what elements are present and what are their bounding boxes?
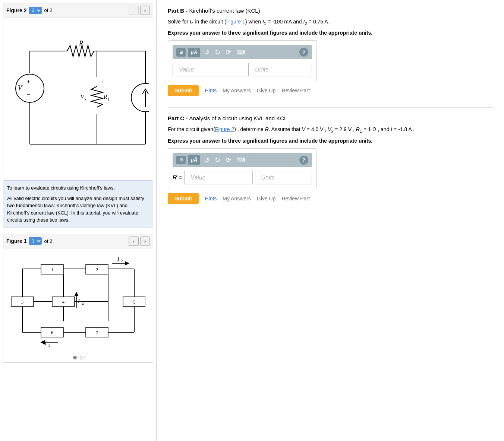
partB-input-row: Value Units [173,63,312,76]
figure2-circuit-area: V + − + − V x R 1 [3,18,153,174]
info-line1: To learn to evaluate circuits using Kirc… [7,184,149,192]
partB-title: Part B - Kirchhoff's current law (KCL) [168,7,493,14]
svg-text:−: − [27,91,30,98]
partC-unit-btn[interactable]: μÃ [188,155,200,165]
partB-my-answers[interactable]: My Answers [223,88,251,93]
svg-text:2: 2 [121,258,123,263]
partC-help-btn[interactable]: ? [299,156,308,165]
partB-undo-btn[interactable]: ↺ [202,47,211,57]
partB-value-input[interactable]: Value [173,63,249,76]
figure2-container: Figure 2 2 1 of 2 ‹ › [3,3,153,174]
partC-review[interactable]: Review Part [281,196,309,202]
figure2-svg: V + − + − V x R 1 [7,29,149,163]
figure1-select[interactable]: 1 2 [29,237,42,245]
svg-text:−: − [101,109,104,115]
svg-text:6: 6 [51,330,53,335]
svg-point-18 [131,83,149,112]
partC-input-row: R = Value Units [173,171,312,184]
figure2-title: Figure 2 [6,7,26,13]
partB-title-text: Kirchhoff's current law (KCL) [189,7,260,14]
partC-matrix-btn[interactable]: ⊞ [176,156,186,164]
svg-text:I: I [117,256,120,262]
info-box: To learn to evaluate circuits using Kirc… [3,180,153,228]
partB-label: Part B - [168,7,189,14]
svg-text:V: V [81,94,85,100]
dot-2[interactable] [80,356,84,359]
partC-express: Express your answer to three significant… [168,138,493,144]
figure2-header: Figure 2 2 1 of 2 ‹ › [3,3,153,18]
figure1-of: of 2 [44,238,52,244]
partC-section: Part C - Analysis of a circuit using KVL… [168,115,493,204]
svg-text:R: R [103,94,107,100]
section-divider [168,107,493,108]
figure2-next-btn[interactable]: › [140,6,150,15]
partB-toolbar: ⊞ μÃ ↺ ↻ ⟳ ⌨ ? [173,45,312,59]
right-panel: Part B - Kirchhoff's current law (KCL) S… [157,0,504,441]
partC-give-up[interactable]: Give Up [257,196,276,202]
partC-title: Part C - Analysis of a circuit using KVL… [168,115,493,121]
partB-help-btn[interactable]: ? [299,48,308,57]
partC-redo-btn[interactable]: ↻ [213,155,222,165]
partC-label: Part C - [168,115,189,121]
partB-submit-btn[interactable]: Submit [168,85,199,96]
partB-answer-box: ⊞ μÃ ↺ ↻ ⟳ ⌨ ? Value Units [168,40,317,81]
partB-redo-btn[interactable]: ↻ [213,47,222,57]
partC-answer-box: ⊞ μÃ ↺ ↻ ⟳ ⌨ ? R = Value Units [168,148,317,189]
partC-problem: For the circuit given(Figure 2) , determ… [168,125,493,134]
partB-keyboard-btn[interactable]: ⌨ [235,48,246,57]
partB-action-row: Submit Hints My Answers Give Up Review P… [168,85,493,96]
partC-toolbar: ⊞ μÃ ↺ ↻ ⟳ ⌨ ? [173,153,312,167]
partC-value-input[interactable]: Value [184,171,252,184]
figure1-header: Figure 1 1 2 of 2 ‹ › [3,234,153,248]
partC-my-answers[interactable]: My Answers [223,196,251,202]
svg-text:1: 1 [48,343,50,347]
dot-1[interactable] [73,356,77,359]
svg-text:R: R [79,39,83,47]
partC-keyboard-btn[interactable]: ⌨ [235,156,246,164]
svg-text:7: 7 [95,330,98,335]
svg-text:5: 5 [133,299,135,305]
svg-text:1: 1 [107,97,110,101]
svg-text:x: x [84,97,86,101]
partC-units-input[interactable]: Units [255,171,312,184]
figure1-container: Figure 1 1 2 of 2 ‹ › I 2 [3,234,153,363]
figure2-select[interactable]: 2 1 [29,7,42,14]
partC-reset-btn[interactable]: ⟳ [224,155,233,165]
partC-hints-link[interactable]: Hints [205,196,217,202]
partB-figure-link[interactable]: Figure 1 [226,19,245,25]
figure1-title: Figure 1 [6,238,26,244]
partB-reset-btn[interactable]: ⟳ [224,47,233,57]
partB-problem: Solve for I4 in the circuit (Figure 1) w… [168,18,493,27]
svg-text:+: + [101,79,104,85]
figure2-prev-btn[interactable]: ‹ [129,6,138,15]
svg-text:4: 4 [62,299,64,305]
partB-express: Express your answer to three significant… [168,30,493,36]
figure2-of: of 2 [44,7,52,13]
figure1-prev-btn[interactable]: ‹ [129,237,138,246]
dot-navigation [3,353,153,362]
partB-review[interactable]: Review Part [281,88,309,93]
svg-text:1: 1 [51,267,53,272]
svg-text:+: + [27,79,30,85]
partB-matrix-btn[interactable]: ⊞ [176,48,186,57]
svg-text:2: 2 [95,267,98,272]
svg-text:3: 3 [21,299,23,305]
partB-give-up[interactable]: Give Up [257,88,276,93]
figure1-circuit-area: I 2 1 2 3 [3,248,153,353]
figure1-svg: I 2 1 2 3 [11,254,145,347]
partC-undo-btn[interactable]: ↺ [202,155,211,165]
partC-submit-btn[interactable]: Submit [168,193,199,204]
partC-title-text: Analysis of a circuit using KVL and KCL [189,115,287,121]
info-line2: All valid electric circuits you will ana… [7,195,149,224]
partB-hints-link[interactable]: Hints [205,88,217,93]
svg-text:I: I [44,341,47,346]
partB-unit-btn[interactable]: μÃ [188,48,200,57]
figure1-next-btn[interactable]: › [140,237,150,246]
partC-r-label: R = [173,174,182,181]
partC-action-row: Submit Hints My Answers Give Up Review P… [168,193,493,204]
partC-figure-link[interactable]: Figure 2 [215,126,234,132]
partB-section: Part B - Kirchhoff's current law (KCL) S… [168,7,493,96]
partB-units-input[interactable]: Units [249,63,312,76]
